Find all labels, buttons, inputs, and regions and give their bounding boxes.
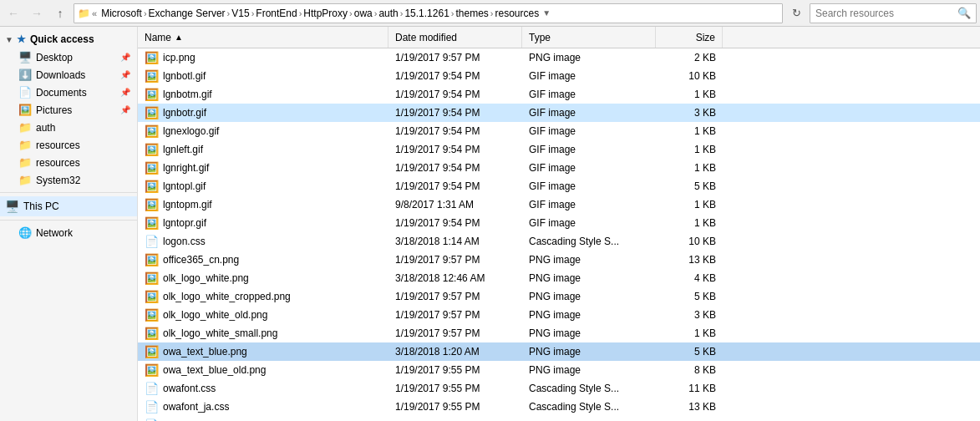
toolbar: ← → ↑ 📁 « Microsoft › Exchange Server › … bbox=[0, 0, 980, 27]
table-row[interactable]: 🖼️ lgnexlogo.gif 1/19/2017 9:54 PM GIF i… bbox=[138, 122, 980, 140]
forward-button[interactable]: → bbox=[27, 3, 47, 23]
file-size-cell: 13 KB bbox=[656, 401, 723, 413]
file-type-icon: 🖼️ bbox=[145, 253, 159, 266]
file-size-cell: 13 KB bbox=[656, 254, 723, 266]
sidebar-quick-access-header[interactable]: ▼ ★ Quick access bbox=[0, 30, 137, 48]
file-type-cell: PNG image bbox=[522, 52, 656, 63]
table-row[interactable]: 📄 owafont.css 1/19/2017 9:55 PM Cascadin… bbox=[138, 379, 980, 398]
search-icon: 🔍 bbox=[957, 7, 971, 19]
file-name-cell: 🖼️ lgnbotm.gif bbox=[138, 88, 388, 101]
file-name-cell: 📄 owafont_ko.css bbox=[138, 418, 388, 422]
table-row[interactable]: 🖼️ olk_logo_white_old.png 1/19/2017 9:57… bbox=[138, 306, 980, 324]
table-row[interactable]: 🖼️ lgnbotm.gif 1/19/2017 9:54 PM GIF ima… bbox=[138, 85, 980, 104]
file-name-cell: 🖼️ olk_logo_white_small.png bbox=[138, 327, 388, 340]
table-row[interactable]: 🖼️ lgnbotr.gif 1/19/2017 9:54 PM GIF ima… bbox=[138, 104, 980, 122]
sidebar-item-network[interactable]: 🌐 Network bbox=[0, 224, 137, 241]
file-name-cell: 🖼️ lgntopm.gif bbox=[138, 198, 388, 211]
sidebar-item-downloads-1[interactable]: ⬇️Downloads📌 bbox=[0, 66, 137, 84]
file-name: lgnleft.gif bbox=[163, 144, 203, 155]
file-type-icon: 📄 bbox=[145, 235, 159, 248]
quick-access-star-icon: ★ bbox=[17, 33, 26, 45]
address-bar[interactable]: 📁 « Microsoft › Exchange Server › V15 › … bbox=[74, 3, 783, 23]
table-row[interactable]: 🖼️ lgnbotl.gif 1/19/2017 9:54 PM GIF ima… bbox=[138, 67, 980, 85]
file-date-cell: 1/19/2017 9:57 PM bbox=[388, 327, 522, 339]
sidebar-item-resources-6[interactable]: 📁resources bbox=[0, 154, 137, 171]
table-row[interactable]: 📄 logon.css 3/18/2018 1:14 AM Cascading … bbox=[138, 232, 980, 251]
file-name: owafont_ja.css bbox=[163, 401, 229, 413]
sidebar-item-label: System32 bbox=[36, 175, 80, 186]
file-name-cell: 🖼️ lgnleft.gif bbox=[138, 143, 388, 156]
breadcrumb-microsoft[interactable]: Microsoft bbox=[101, 8, 142, 19]
table-row[interactable]: 🖼️ olk_logo_white_small.png 1/19/2017 9:… bbox=[138, 324, 980, 342]
back-button[interactable]: ← bbox=[3, 3, 23, 23]
col-header-type[interactable]: Type bbox=[522, 27, 656, 48]
file-name-cell: 🖼️ owa_text_blue_old.png bbox=[138, 363, 388, 377]
sidebar-item-label: resources bbox=[36, 139, 80, 151]
sidebar-item-auth-4[interactable]: 📁auth bbox=[0, 119, 137, 136]
file-name-cell: 🖼️ owa_text_blue.png bbox=[138, 345, 388, 358]
table-row[interactable]: 🖼️ lgnleft.gif 1/19/2017 9:54 PM GIF ima… bbox=[138, 140, 980, 159]
sidebar-item-system32-7[interactable]: 📁System32 bbox=[0, 171, 137, 189]
sidebar-item-pictures-3[interactable]: 🖼️Pictures📌 bbox=[0, 101, 137, 119]
breadcrumb-httpproxy[interactable]: HttpProxy bbox=[303, 8, 348, 19]
file-type-cell: PNG image bbox=[522, 272, 656, 284]
table-row[interactable]: 🖼️ owa_text_blue_old.png 1/19/2017 9:55 … bbox=[138, 361, 980, 379]
file-date-cell: 1/19/2017 9:54 PM bbox=[388, 144, 522, 155]
search-input[interactable] bbox=[815, 8, 957, 19]
table-row[interactable]: 🖼️ lgntopm.gif 9/8/2017 1:31 AM GIF imag… bbox=[138, 195, 980, 214]
file-name-cell: 🖼️ olk_logo_white_old.png bbox=[138, 308, 388, 322]
search-bar[interactable]: 🔍 bbox=[810, 3, 977, 23]
file-name: lgntopl.gif bbox=[163, 180, 206, 192]
file-name-cell: 🖼️ lgnbotl.gif bbox=[138, 69, 388, 83]
file-type-icon: 🖼️ bbox=[145, 180, 159, 193]
content-pane[interactable]: Name ▲ Date modified Type Size 🖼️ icp.pn… bbox=[138, 27, 980, 421]
table-row[interactable]: 🖼️ lgnright.gif 1/19/2017 9:54 PM GIF im… bbox=[138, 159, 980, 177]
file-name-cell: 📄 owafont.css bbox=[138, 382, 388, 395]
breadcrumb-exchange[interactable]: Exchange Server bbox=[149, 8, 226, 19]
file-size-cell: 1 KB bbox=[656, 162, 723, 174]
file-type-cell: PNG image bbox=[522, 254, 656, 266]
sidebar-item-label: Pictures bbox=[36, 104, 72, 116]
file-type-icon: 📄 bbox=[145, 418, 159, 422]
file-name: lgnbotl.gif bbox=[163, 70, 206, 82]
up-button[interactable]: ↑ bbox=[50, 3, 70, 23]
col-header-name[interactable]: Name ▲ bbox=[138, 27, 388, 48]
sidebar-item-resources-5[interactable]: 📁resources bbox=[0, 136, 137, 154]
file-type-icon: 🖼️ bbox=[145, 198, 159, 211]
sidebar-item-label: resources bbox=[36, 157, 80, 169]
breadcrumb-resources[interactable]: resources bbox=[495, 8, 540, 19]
file-list: 🖼️ icp.png 1/19/2017 9:57 PM PNG image 2… bbox=[138, 48, 980, 421]
pin-icon: 📌 bbox=[120, 105, 130, 114]
folder-icon: 📁 bbox=[18, 139, 32, 151]
table-row[interactable]: 🖼️ office365_cn.png 1/19/2017 9:57 PM PN… bbox=[138, 251, 980, 269]
table-row[interactable]: 🖼️ owa_text_blue.png 3/18/2018 1:20 AM P… bbox=[138, 342, 980, 361]
breadcrumb-frontend[interactable]: FrontEnd bbox=[256, 8, 297, 19]
table-row[interactable]: 🖼️ icp.png 1/19/2017 9:57 PM PNG image 2… bbox=[138, 48, 980, 67]
breadcrumb-themes[interactable]: themes bbox=[455, 8, 488, 19]
file-size-cell: 4 KB bbox=[656, 272, 723, 284]
sidebar-item-this-pc[interactable]: 🖥️ This PC bbox=[0, 196, 137, 216]
file-name-cell: 🖼️ lgntopr.gif bbox=[138, 216, 388, 230]
col-header-size[interactable]: Size bbox=[656, 27, 723, 48]
breadcrumb-v15[interactable]: V15 bbox=[231, 8, 249, 19]
table-row[interactable]: 🖼️ olk_logo_white.png 3/18/2018 12:46 AM… bbox=[138, 269, 980, 287]
refresh-button[interactable]: ↻ bbox=[786, 3, 806, 23]
file-name: owafont.css bbox=[163, 383, 216, 394]
table-row[interactable]: 🖼️ lgntopr.gif 1/19/2017 9:54 PM GIF ima… bbox=[138, 214, 980, 232]
sidebar-item-desktop-0[interactable]: 🖥️Desktop📌 bbox=[0, 48, 137, 66]
file-name: olk_logo_white_small.png bbox=[163, 327, 277, 339]
table-row[interactable]: 🖼️ lgntopl.gif 1/19/2017 9:54 PM GIF ima… bbox=[138, 177, 980, 195]
col-header-date[interactable]: Date modified bbox=[388, 27, 522, 48]
file-type-cell: PNG image bbox=[522, 309, 656, 321]
network-icon: 🌐 bbox=[18, 226, 32, 239]
breadcrumb-owa[interactable]: owa bbox=[354, 8, 373, 19]
file-size-cell: 1 KB bbox=[656, 89, 723, 100]
breadcrumb-version[interactable]: 15.1.1261 bbox=[404, 8, 449, 19]
folder-icon: 📁 bbox=[18, 156, 32, 169]
file-type-cell: GIF image bbox=[522, 89, 656, 100]
sidebar-item-documents-2[interactable]: 📄Documents📌 bbox=[0, 84, 137, 101]
table-row[interactable]: 📄 owafont_ko.css 1/19/2017 9:55 PM Casca… bbox=[138, 416, 980, 421]
table-row[interactable]: 📄 owafont_ja.css 1/19/2017 9:55 PM Casca… bbox=[138, 398, 980, 416]
breadcrumb-auth[interactable]: auth bbox=[378, 8, 398, 19]
table-row[interactable]: 🖼️ olk_logo_white_cropped.png 1/19/2017 … bbox=[138, 287, 980, 306]
